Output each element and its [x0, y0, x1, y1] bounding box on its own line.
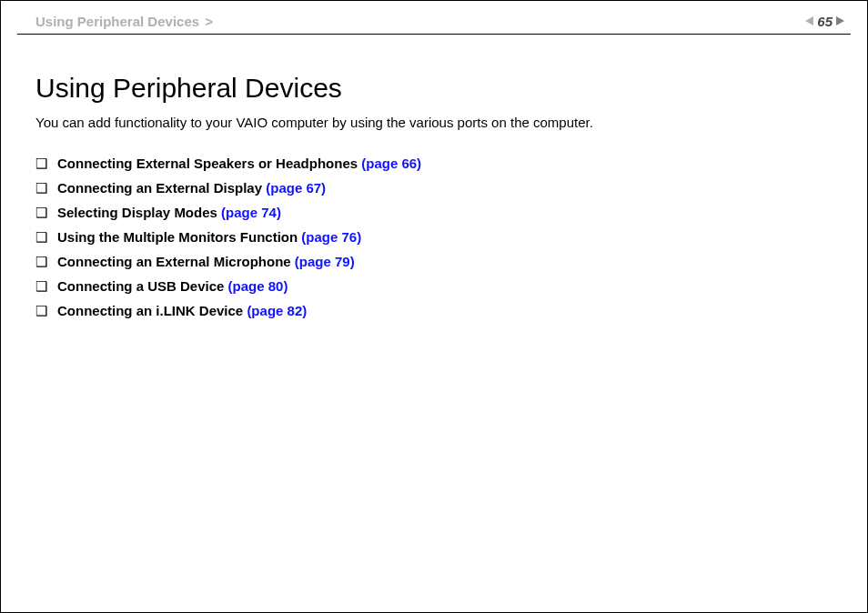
topic-list: Connecting External Speakers or Headphon…: [35, 156, 833, 318]
list-item: Selecting Display Modes (page 74): [57, 205, 833, 220]
item-label: Using the Multiple Monitors Function: [57, 229, 301, 245]
item-label: Connecting a USB Device: [57, 278, 228, 294]
header-bar: Using Peripheral Devices > 65: [1, 1, 867, 34]
page-link[interactable]: (page 76): [301, 229, 361, 245]
breadcrumb-text: Using Peripheral Devices: [35, 14, 199, 29]
page-link[interactable]: (page 80): [228, 278, 288, 294]
list-item: Connecting a USB Device (page 80): [57, 278, 833, 294]
page-link[interactable]: (page 67): [266, 180, 326, 196]
page-link[interactable]: (page 74): [221, 205, 281, 220]
page-link[interactable]: (page 66): [361, 156, 421, 171]
page-nav: 65: [805, 14, 844, 29]
list-item: Using the Multiple Monitors Function (pa…: [57, 229, 833, 245]
page-link[interactable]: (page 82): [247, 303, 307, 318]
page-link[interactable]: (page 79): [295, 254, 355, 269]
list-item: Connecting External Speakers or Headphon…: [57, 156, 833, 171]
list-item: Connecting an External Microphone (page …: [57, 254, 833, 269]
item-label: Connecting an External Microphone: [57, 254, 295, 269]
item-label: Connecting an External Display: [57, 180, 266, 196]
item-label: Connecting External Speakers or Headphon…: [57, 156, 361, 171]
page-content: Using Peripheral Devices You can add fun…: [1, 35, 867, 318]
list-item: Connecting an External Display (page 67): [57, 180, 833, 196]
page-title: Using Peripheral Devices: [35, 73, 833, 104]
item-label: Selecting Display Modes: [57, 205, 221, 220]
list-item: Connecting an i.LINK Device (page 82): [57, 303, 833, 318]
chevron-right-icon: >: [205, 14, 213, 29]
nav-next-icon[interactable]: [836, 16, 844, 25]
breadcrumb: Using Peripheral Devices >: [35, 14, 213, 29]
nav-prev-icon[interactable]: [805, 16, 813, 25]
intro-text: You can add functionality to your VAIO c…: [35, 115, 833, 130]
page-number: 65: [817, 14, 833, 29]
item-label: Connecting an i.LINK Device: [57, 303, 247, 318]
